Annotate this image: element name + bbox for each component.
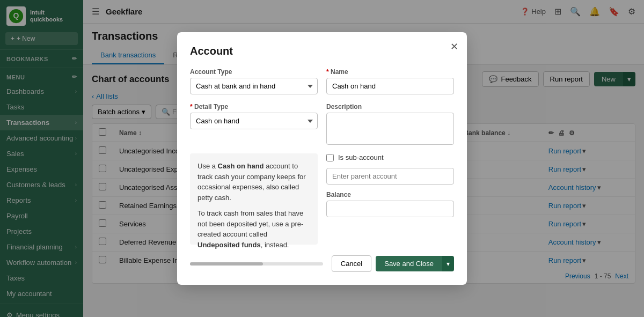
info-box: Use a Cash on hand account to track cash… — [190, 153, 318, 245]
description-group: Description — [326, 103, 454, 145]
balance-group: Balance — [326, 191, 454, 217]
info-text-1: Use a Cash on hand account to track cash… — [197, 161, 310, 203]
progress-bar-container — [190, 262, 323, 266]
parent-account-input[interactable] — [326, 168, 454, 185]
description-label: Description — [326, 103, 454, 110]
right-column: Is sub-account Balance — [326, 153, 454, 245]
name-input[interactable] — [326, 78, 454, 94]
info-text-2: To track cash from sales that have not b… — [197, 208, 310, 250]
sub-account-checkbox[interactable] — [326, 154, 334, 161]
detail-type-label: * Detail Type — [190, 103, 318, 110]
detail-type-select[interactable]: Cash on hand — [190, 113, 318, 129]
footer-buttons: Cancel Save and Close ▾ — [332, 255, 454, 272]
sub-account-label: Is sub-account — [338, 153, 384, 161]
modal-form: Account Type Cash at bank and in hand * … — [190, 68, 454, 245]
modal-title: Account — [190, 45, 454, 57]
save-label: Save and Close — [384, 260, 434, 268]
modal-close-button[interactable]: ✕ — [450, 41, 458, 53]
save-dropdown-button[interactable]: ▾ — [442, 256, 454, 271]
modal-overlay[interactable]: ✕ Account Account Type Cash at bank and … — [0, 0, 644, 317]
save-and-close-button[interactable]: Save and Close — [376, 256, 442, 271]
progress-bar — [190, 262, 263, 266]
balance-label: Balance — [326, 191, 454, 198]
name-group: * Name — [326, 68, 454, 94]
name-label: * Name — [326, 68, 454, 76]
account-type-select[interactable]: Cash at bank and in hand — [190, 78, 318, 94]
detail-type-group: * Detail Type Cash on hand — [190, 103, 318, 145]
sub-account-row: Is sub-account — [326, 153, 454, 161]
modal-footer: Cancel Save and Close ▾ — [190, 255, 454, 272]
description-input[interactable] — [326, 113, 454, 145]
cancel-button[interactable]: Cancel — [332, 255, 371, 272]
account-type-group: Account Type Cash at bank and in hand — [190, 68, 318, 94]
account-type-label: Account Type — [190, 68, 318, 76]
cancel-label: Cancel — [341, 260, 362, 268]
balance-input[interactable] — [326, 201, 454, 217]
account-modal: ✕ Account Account Type Cash at bank and … — [177, 32, 467, 285]
save-chevron-icon: ▾ — [447, 260, 450, 268]
save-button-group: Save and Close ▾ — [376, 256, 454, 271]
